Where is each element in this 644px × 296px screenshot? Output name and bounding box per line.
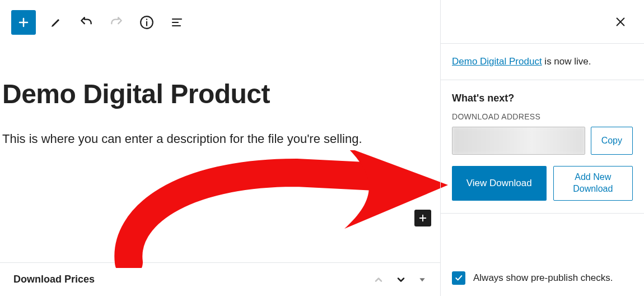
info-button[interactable]: [137, 12, 157, 33]
prepublish-checkbox[interactable]: [452, 271, 465, 285]
publish-notice: Demo Digital Product is now live.: [441, 44, 644, 80]
download-address-field[interactable]: [452, 127, 585, 155]
editor-toolbar: [0, 0, 440, 45]
plus-icon: [17, 16, 30, 29]
copy-button[interactable]: Copy: [591, 127, 633, 155]
redo-icon: [109, 15, 124, 30]
check-icon: [454, 274, 463, 283]
post-title-input[interactable]: Demo Digital Product: [2, 78, 438, 109]
whats-next-heading: What's next?: [452, 92, 633, 104]
prepublish-checkbox-label: Always show pre-publish checks.: [473, 272, 613, 284]
outline-button[interactable]: [167, 12, 187, 33]
add-new-line1: Add New: [575, 172, 611, 183]
whats-next-section: What's next? DOWNLOAD ADDRESS Copy View …: [441, 80, 644, 214]
outline-icon: [170, 16, 184, 29]
triangle-down-icon: [418, 275, 427, 284]
plus-icon: [418, 213, 428, 223]
publish-sidebar: Demo Digital Product is now live. What's…: [440, 0, 644, 296]
redo-button[interactable]: [106, 12, 127, 33]
download-address-label: DOWNLOAD ADDRESS: [452, 112, 633, 121]
close-sidebar-button[interactable]: [610, 12, 631, 32]
pencil-icon: [49, 16, 63, 29]
close-icon: [614, 16, 627, 28]
move-down-button[interactable]: [395, 274, 407, 285]
add-new-line2: Download: [573, 183, 613, 195]
edit-tool-button[interactable]: [46, 12, 66, 33]
info-icon: [139, 15, 154, 30]
editor-content: Demo Digital Product This is where you c…: [0, 78, 440, 146]
publish-notice-text: is now live.: [542, 56, 591, 67]
prepublish-checkbox-row: Always show pre-publish checks.: [452, 271, 613, 285]
blurred-content: [452, 127, 585, 154]
chevron-down-icon: [395, 274, 407, 285]
view-live-link[interactable]: Demo Digital Product: [452, 56, 542, 67]
add-block-button[interactable]: [11, 10, 36, 35]
annotation-arrow: [112, 150, 454, 268]
panel-controls: [373, 274, 427, 285]
post-content-paragraph[interactable]: This is where you can enter a descriptio…: [2, 132, 438, 146]
svg-rect-2: [146, 19, 147, 20]
svg-rect-1: [146, 21, 147, 26]
add-block-inline-button[interactable]: [414, 210, 431, 226]
editor-main: Demo Digital Product This is where you c…: [0, 0, 440, 296]
panel-toggle-button[interactable]: [418, 275, 427, 284]
view-download-button[interactable]: View Download: [452, 166, 547, 201]
panel-title: Download Prices: [13, 274, 373, 285]
undo-icon: [79, 15, 94, 30]
download-prices-panel[interactable]: Download Prices: [0, 262, 440, 296]
sidebar-header: [441, 0, 644, 44]
undo-button[interactable]: [76, 12, 96, 33]
add-new-download-button[interactable]: Add New Download: [553, 166, 633, 201]
chevron-up-icon: [373, 274, 384, 285]
move-up-button[interactable]: [373, 274, 384, 285]
